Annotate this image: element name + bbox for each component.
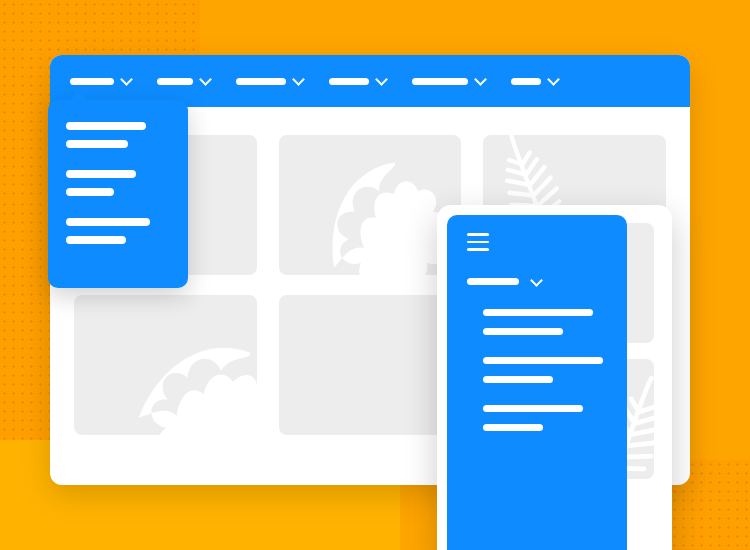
drawer-item[interactable] <box>483 424 543 431</box>
chevron-down-icon <box>376 76 386 86</box>
content-tile[interactable] <box>279 135 462 275</box>
chevron-down-icon <box>475 76 485 86</box>
drawer-item[interactable] <box>483 376 553 383</box>
dropdown-item[interactable] <box>66 140 128 148</box>
chevron-down-icon <box>531 277 541 287</box>
dropdown-item[interactable] <box>66 236 126 244</box>
chevron-down-icon <box>200 76 210 86</box>
hamburger-icon[interactable] <box>467 233 489 251</box>
nav-item-1[interactable] <box>62 70 139 92</box>
chevron-down-icon <box>293 76 303 86</box>
dropdown-item[interactable] <box>66 170 136 178</box>
drawer-item[interactable] <box>483 357 603 364</box>
mobile-drawer[interactable] <box>447 215 627 550</box>
nav-item-6[interactable] <box>503 70 566 92</box>
nav-item-3[interactable] <box>228 70 311 92</box>
chevron-down-icon <box>548 76 558 86</box>
nav-label-placeholder <box>412 78 468 85</box>
nav-item-2[interactable] <box>149 70 218 92</box>
dropdown-item[interactable] <box>66 188 114 196</box>
drawer-label-placeholder <box>467 278 519 285</box>
nav-label-placeholder <box>329 78 369 85</box>
nav-item-5[interactable] <box>404 70 493 92</box>
nav-item-4[interactable] <box>321 70 394 92</box>
nav-label-placeholder <box>157 78 193 85</box>
drawer-top-item[interactable] <box>467 277 607 287</box>
drawer-item[interactable] <box>483 328 563 335</box>
nav-label-placeholder <box>70 78 114 85</box>
monstera-leaf-icon <box>105 306 257 435</box>
dropdown-item[interactable] <box>66 218 150 226</box>
mobile-window <box>437 205 672 550</box>
content-tile[interactable] <box>74 295 257 435</box>
nav-dropdown[interactable] <box>48 100 188 288</box>
chevron-down-icon <box>121 76 131 86</box>
drawer-item[interactable] <box>483 309 593 316</box>
drawer-item[interactable] <box>483 405 583 412</box>
dropdown-item[interactable] <box>66 122 146 130</box>
content-tile[interactable] <box>279 295 462 435</box>
nav-label-placeholder <box>236 78 286 85</box>
nav-label-placeholder <box>511 78 541 85</box>
